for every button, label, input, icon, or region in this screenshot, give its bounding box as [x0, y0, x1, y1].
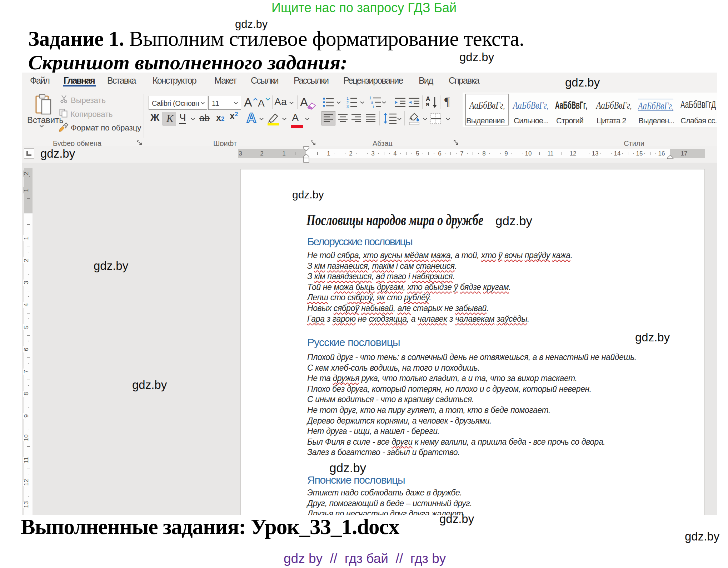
svg-text:a: a [371, 100, 373, 104]
svg-text:1: 1 [346, 96, 349, 100]
svg-text:3: 3 [346, 104, 349, 108]
svg-text:1: 1 [369, 96, 372, 100]
svg-text:i: i [373, 105, 374, 108]
